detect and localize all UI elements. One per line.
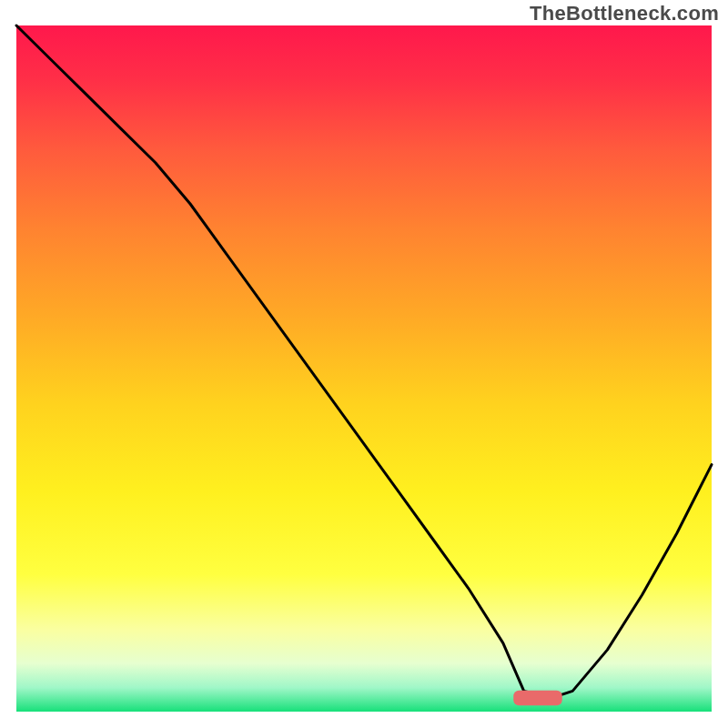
watermark-label: TheBottleneck.com (530, 2, 719, 25)
bottleneck-chart (0, 0, 728, 728)
optimum-marker (513, 691, 561, 706)
chart-container: TheBottleneck.com (0, 0, 728, 728)
